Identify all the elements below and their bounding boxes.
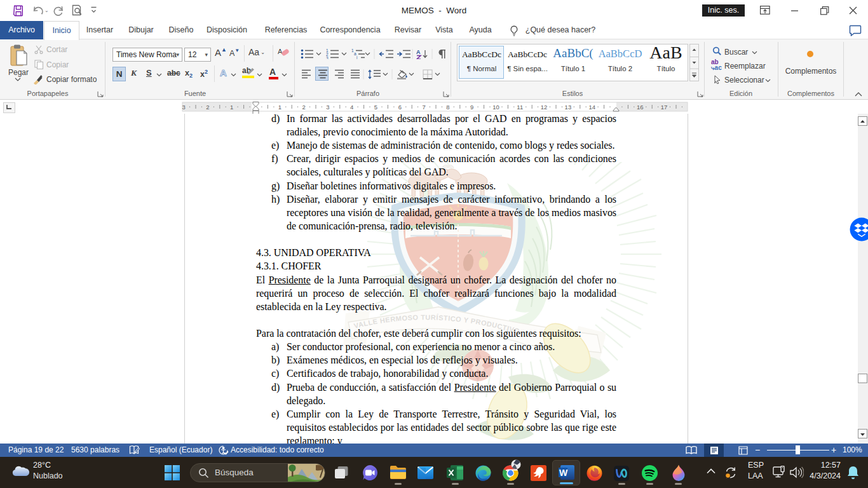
svg-text:16: 16	[637, 104, 644, 111]
svg-text:8: 8	[446, 104, 449, 111]
svg-text:A: A	[416, 49, 421, 55]
svg-text:1: 1	[278, 104, 281, 111]
svg-text:W: W	[559, 468, 568, 478]
svg-text:12: 12	[541, 104, 548, 111]
svg-text:17: 17	[661, 104, 668, 111]
svg-text:3: 3	[182, 104, 185, 111]
svg-text:9: 9	[470, 104, 473, 111]
svg-text:7: 7	[422, 104, 425, 111]
svg-text:6: 6	[398, 104, 402, 111]
svg-text:2: 2	[206, 104, 209, 111]
svg-text:5: 5	[374, 104, 377, 111]
svg-text:i: i	[356, 55, 357, 59]
svg-text:10: 10	[492, 104, 499, 111]
svg-text:2: 2	[302, 104, 305, 111]
svg-text:4: 4	[350, 104, 353, 111]
svg-text:3: 3	[326, 104, 329, 111]
svg-text:13: 13	[565, 104, 572, 111]
svg-text:14: 14	[588, 104, 595, 111]
svg-text:1: 1	[230, 104, 233, 111]
svg-text:11: 11	[517, 104, 523, 111]
svg-text:3: 3	[326, 56, 329, 60]
